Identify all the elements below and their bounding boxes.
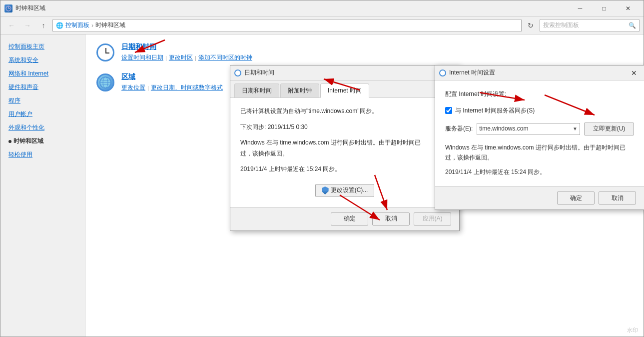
sidebar-item-clock-region: 时钟和区域	[4, 135, 81, 148]
change-date-format-link[interactable]: 更改日期、时间或数字格式	[151, 84, 223, 92]
region-content: 区域 更改位置 | 更改日期、时间或数字格式	[121, 72, 223, 92]
shield-icon	[322, 186, 329, 194]
sync-checkbox-row: 与 Internet 时间服务器同步(S)	[445, 105, 634, 116]
sidebar-item-clock-label: 时钟和区域	[13, 137, 43, 146]
change-location-link[interactable]: 更改位置	[121, 84, 145, 92]
sync-checkbox-label[interactable]: 与 Internet 时间服务器同步(S)	[455, 105, 535, 116]
dialog-internet-ok[interactable]: 确定	[557, 192, 595, 204]
clock-icon	[96, 44, 114, 62]
dialog-internet-title: Internet 时间设置	[449, 68, 628, 77]
minimize-button[interactable]: ─	[569, 0, 592, 16]
dialog-clock-icon	[234, 70, 241, 76]
change-settings-wrap: 更改设置(C)...	[240, 180, 449, 199]
tab-datetime[interactable]: 日期和时间	[234, 84, 279, 98]
datetime-icon-container	[95, 42, 115, 62]
tab-additional[interactable]: 附加时钟	[280, 84, 319, 98]
sync-error: Windows 在与 time.windows.com 进行同步时出错。由于超时…	[240, 138, 430, 159]
datetime-content: 日期和时间 设置时间和日期 | 更改时区 | 添加不同时区的时钟	[121, 42, 252, 62]
sidebar-item-system-security[interactable]: 系统和安全	[4, 54, 81, 66]
nav-icon: 🌐	[56, 22, 63, 29]
dialog-datetime: 日期和时间 ✕ 日期和时间 附加时钟 Internet 时间 已将计算机设置为自…	[230, 65, 460, 231]
inet-sync-info: 2019/11/4 上时钟最近在 15:24 同步。	[445, 166, 634, 178]
inet-config-label: 配置 Internet 时间设置:	[445, 88, 634, 100]
maximize-button[interactable]: □	[593, 0, 616, 16]
bullet-icon	[8, 140, 11, 143]
search-bar[interactable]: 搜索控制面板 🔍	[540, 19, 640, 32]
region-links: 更改位置 | 更改日期、时间或数字格式	[121, 84, 223, 92]
panel-item-datetime: 日期和时间 设置时间和日期 | 更改时区 | 添加不同时区的时钟	[95, 42, 634, 62]
nav-path-item2: 时钟和区域	[95, 21, 125, 30]
forward-button[interactable]: →	[20, 18, 34, 32]
sidebar-item-user-accounts[interactable]: 用户帐户	[4, 108, 81, 120]
dialog-internet-titlebar: Internet 时间设置 ✕	[435, 66, 644, 80]
title-bar: 时钟和区域 ─ □ ✕	[0, 0, 644, 16]
window-title: 时钟和区域	[15, 4, 569, 12]
add-clock-link[interactable]: 添加不同时区的时钟	[198, 54, 252, 62]
sidebar: 控制面板主页 系统和安全 网络和 Internet 硬件和声音 程序 用户帐户 …	[0, 34, 85, 336]
sidebar-item-appearance[interactable]: 外观和个性化	[4, 122, 81, 134]
dialog-datetime-footer: 确定 取消 应用(A)	[230, 207, 459, 230]
change-settings-label: 更改设置(C)...	[331, 186, 368, 194]
dialog-datetime-ok[interactable]: 确定	[331, 212, 368, 226]
dialog-datetime-titlebar: 日期和时间 ✕	[230, 66, 459, 80]
sidebar-item-ease-access[interactable]: 轻松使用	[4, 148, 81, 161]
server-label: 服务器(E):	[445, 123, 473, 134]
dialog-datetime-apply[interactable]: 应用(A)	[414, 212, 451, 226]
up-button[interactable]: ↑	[36, 18, 50, 32]
inet-error-info: Windows 在与 time.windows.com 进行同步时出错。由于超时…	[445, 142, 634, 163]
dialog-internet-close[interactable]: ✕	[628, 67, 640, 79]
dialog-internet: Internet 时间设置 ✕ 配置 Internet 时间设置: 与 Inte…	[435, 65, 644, 210]
server-value: time.windows.com	[479, 123, 528, 134]
update-now-button[interactable]: 立即更新(U)	[584, 122, 634, 136]
dialog-datetime-tabs: 日期和时间 附加时钟 Internet 时间	[230, 80, 459, 98]
refresh-button[interactable]: ↻	[524, 18, 538, 32]
globe-icon	[96, 74, 114, 92]
nav-bar: ← → ↑ 🌐 控制面板 › 时钟和区域 ↻ 搜索控制面板 🔍	[0, 16, 644, 34]
inet-last-sync: 2019/11/4 上时钟最近在 15:24 同步。	[445, 168, 546, 176]
window-icon	[4, 4, 12, 12]
search-icon: 🔍	[629, 22, 636, 29]
dialog-internet-cancel[interactable]: 取消	[599, 192, 636, 204]
set-datetime-link[interactable]: 设置时间和日期	[121, 54, 163, 62]
region-icon-container	[95, 72, 115, 92]
change-settings-button[interactable]: 更改设置(C)...	[315, 184, 375, 197]
sidebar-item-hardware-sound[interactable]: 硬件和声音	[4, 81, 81, 94]
search-placeholder: 搜索控制面板	[543, 21, 579, 30]
sidebar-item-programs[interactable]: 程序	[4, 94, 81, 107]
nav-path: 🌐 控制面板 › 时钟和区域	[52, 19, 522, 32]
sidebar-item-network-internet[interactable]: 网络和 Internet	[4, 68, 81, 80]
datetime-links: 设置时间和日期 | 更改时区 | 添加不同时区的时钟	[121, 54, 252, 62]
sync-checkbox[interactable]	[445, 107, 452, 114]
tab-internet[interactable]: Internet 时间	[320, 84, 369, 98]
sidebar-item-control-panel-home[interactable]: 控制面板主页	[4, 40, 81, 53]
title-bar-controls: ─ □ ✕	[569, 0, 640, 16]
dialog-internet-footer: 确定 取消	[435, 186, 644, 210]
change-timezone-link[interactable]: 更改时区	[169, 54, 193, 62]
inet-error-text: Windows 在与 time.windows.com 进行同步时出错。由于超时…	[445, 144, 626, 161]
next-sync: 下次同步: 2019/11/5 0:30	[240, 122, 449, 133]
close-button[interactable]: ✕	[617, 0, 640, 16]
back-button[interactable]: ←	[4, 18, 18, 32]
region-title[interactable]: 区域	[121, 72, 223, 82]
last-sync: 2019/11/4 上时钟最近在 15:24 同步。	[240, 164, 449, 175]
datetime-title[interactable]: 日期和时间	[121, 42, 252, 52]
select-arrow-icon: ▼	[573, 124, 578, 134]
nav-path-item1[interactable]: 控制面板	[65, 21, 89, 30]
dialog-datetime-cancel[interactable]: 取消	[372, 212, 410, 226]
server-row: 服务器(E): time.windows.com ▼ 立即更新(U)	[445, 122, 634, 136]
dialog-datetime-title: 日期和时间	[244, 68, 443, 77]
nav-sep: ›	[91, 22, 93, 29]
dialog-internet-content: 配置 Internet 时间设置: 与 Internet 时间服务器同步(S) …	[435, 80, 644, 186]
dialog-internet-icon	[439, 70, 446, 76]
dialog-datetime-content: 已将计算机设置为自动与"time.windows.com"同步。 下次同步: 2…	[230, 98, 459, 207]
server-select[interactable]: time.windows.com ▼	[477, 123, 580, 135]
sync-description: 已将计算机设置为自动与"time.windows.com"同步。	[240, 106, 449, 117]
